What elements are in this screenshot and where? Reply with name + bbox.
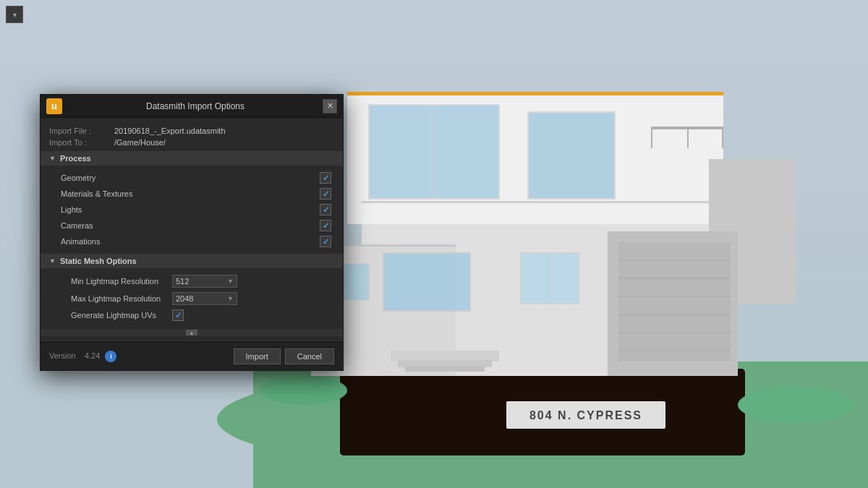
materials-textures-checkbox[interactable] [320, 188, 331, 200]
dialog-title: Datasmith Import Options [68, 101, 323, 111]
min-lightmap-value: 512 [176, 277, 189, 286]
cameras-checkbox[interactable] [320, 220, 331, 231]
close-button[interactable]: ✕ [323, 99, 337, 114]
dialog-titlebar: u Datasmith Import Options ✕ [41, 95, 343, 118]
svg-rect-37 [405, 366, 485, 372]
animations-option-row: Animations [49, 234, 334, 249]
static-mesh-section-header[interactable]: ▼ Static Mesh Options [41, 254, 343, 268]
svg-rect-11 [722, 127, 723, 148]
import-to-row: Import To : /Game/House/ [49, 138, 334, 147]
svg-rect-34 [362, 201, 709, 203]
process-section-header[interactable]: ▼ Process [41, 151, 343, 166]
dialog-body: Import File : 20190618_-_Export.udatasmi… [41, 118, 343, 342]
materials-textures-label: Materials & Textures [61, 189, 320, 198]
version-info-icon[interactable]: i [105, 351, 116, 362]
svg-rect-24 [528, 112, 615, 199]
svg-rect-10 [687, 127, 689, 148]
max-lightmap-dropdown[interactable]: 2048 ▼ [172, 292, 237, 305]
geometry-option-row: Geometry [49, 170, 334, 186]
min-lightmap-arrow: ▼ [227, 278, 234, 285]
top-chevron-button[interactable]: ▾ [6, 6, 23, 23]
chevron-down-icon: ▾ [13, 11, 17, 19]
svg-text:804 N. CYPRESS: 804 N. CYPRESS [529, 409, 642, 421]
materials-textures-option-row: Materials & Textures [49, 186, 334, 202]
import-file-row: Import File : 20190618_-_Export.udatasmi… [49, 127, 334, 135]
max-lightmap-row: Max Lightmap Resolution 2048 ▼ [49, 290, 334, 307]
import-file-label: Import File : [49, 127, 114, 135]
animations-checkbox[interactable] [320, 236, 331, 247]
svg-rect-31 [383, 253, 470, 311]
scroll-area: ▲ [41, 329, 343, 336]
svg-point-41 [738, 387, 854, 423]
lights-option-row: Lights [49, 202, 334, 218]
cancel-button[interactable]: Cancel [285, 348, 334, 364]
import-to-label: Import To : [49, 138, 114, 147]
cameras-label: Cameras [61, 221, 320, 230]
dialog-footer: Version 4.24 i Import Cancel [41, 342, 343, 370]
static-mesh-arrow: ▼ [49, 257, 56, 265]
import-to-value: /Game/House/ [114, 138, 166, 147]
scroll-up-button[interactable]: ▲ [186, 330, 197, 335]
static-mesh-section-label: Static Mesh Options [60, 257, 137, 265]
version-label: Version [49, 351, 76, 360]
lights-label: Lights [61, 205, 320, 214]
geometry-checkbox[interactable] [320, 172, 331, 184]
svg-rect-35 [391, 351, 499, 361]
generate-lightmap-checkbox[interactable] [172, 309, 184, 321]
close-icon: ✕ [327, 101, 333, 111]
ue-logo: u [46, 98, 62, 114]
max-lightmap-arrow: ▼ [227, 295, 234, 302]
import-button[interactable]: Import [234, 348, 281, 364]
version-row: Version 4.24 i [49, 351, 229, 362]
datasmith-import-dialog: u Datasmith Import Options ✕ Import File… [40, 94, 344, 371]
import-file-value: 20190618_-_Export.udatasmith [114, 127, 226, 135]
svg-rect-7 [347, 92, 723, 95]
max-lightmap-value: 2048 [176, 294, 193, 303]
max-lightmap-label: Max Lightmap Resolution [71, 294, 172, 303]
generate-lightmap-row: Generate Lightmap UVs [49, 307, 334, 323]
min-lightmap-label: Min Lightmap Resolution [71, 277, 172, 286]
lights-checkbox[interactable] [320, 204, 331, 215]
svg-point-40 [260, 376, 347, 405]
generate-lightmap-label: Generate Lightmap UVs [71, 311, 172, 320]
version-value: 4.24 [85, 351, 100, 360]
animations-label: Animations [61, 237, 320, 246]
svg-rect-9 [651, 127, 652, 148]
min-lightmap-row: Min Lightmap Resolution 512 ▼ [49, 273, 334, 290]
process-arrow: ▼ [49, 155, 56, 162]
geometry-label: Geometry [61, 174, 320, 182]
min-lightmap-dropdown[interactable]: 512 ▼ [172, 275, 237, 288]
process-section-label: Process [60, 154, 91, 163]
cameras-option-row: Cameras [49, 218, 334, 234]
